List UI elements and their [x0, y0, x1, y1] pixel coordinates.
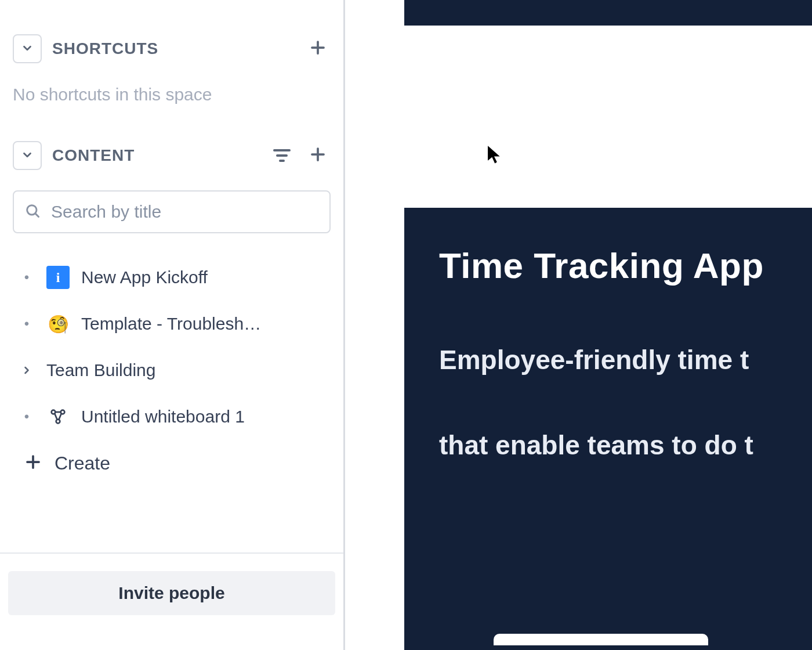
hero-top-strip — [404, 0, 812, 26]
main-content: Time Tracking App Employee-friendly time… — [345, 0, 812, 650]
content-tree: • i New App Kickoff • 🧐 Template - Troub… — [13, 254, 331, 486]
tree-item-template-troubleshoot[interactable]: • 🧐 Template - Troublesh… — [19, 301, 331, 347]
hero-cta-placeholder — [494, 634, 708, 645]
create-button[interactable]: Create — [19, 440, 331, 486]
hero-subtitle-line2: that enable teams to do t — [439, 429, 812, 461]
tree-item-label: Team Building — [46, 360, 155, 380]
chevron-down-icon — [21, 149, 34, 163]
add-shortcut-button[interactable] — [305, 36, 331, 62]
plus-icon — [24, 453, 42, 473]
content-filter-button[interactable] — [269, 143, 295, 168]
filter-icon — [273, 149, 291, 162]
shortcuts-expander[interactable] — [13, 34, 42, 63]
create-label: Create — [55, 453, 110, 474]
svg-line-10 — [59, 413, 61, 420]
svg-line-9 — [55, 413, 57, 420]
tree-item-label: Template - Troublesh… — [81, 314, 261, 334]
tree-item-untitled-whiteboard[interactable]: • Untitled whiteboard 1 — [19, 393, 331, 440]
sidebar: SHORTCUTS No shortcuts in this space — [0, 0, 345, 650]
plus-icon — [309, 146, 327, 165]
tree-item-label: Untitled whiteboard 1 — [81, 407, 245, 427]
tree-item-label: New App Kickoff — [81, 268, 208, 287]
content-title: CONTENT — [52, 146, 135, 165]
whiteboard-icon — [46, 405, 70, 428]
cursor-icon — [487, 145, 499, 162]
chevron-right-icon — [19, 364, 35, 376]
hero-title: Time Tracking App — [439, 245, 812, 286]
shortcuts-empty-text: No shortcuts in this space — [13, 85, 331, 104]
content-search-input[interactable] — [51, 202, 319, 222]
svg-line-5 — [35, 214, 39, 217]
chevron-down-icon — [21, 42, 34, 56]
content-search[interactable] — [13, 190, 331, 233]
shortcuts-header: SHORTCUTS — [13, 32, 331, 65]
search-icon — [24, 203, 41, 221]
sidebar-footer: Invite people — [0, 552, 343, 650]
content-header: CONTENT — [13, 139, 331, 172]
content-expander[interactable] — [13, 141, 42, 170]
invite-people-button[interactable]: Invite people — [8, 571, 335, 615]
hero-panel: Time Tracking App Employee-friendly time… — [404, 208, 812, 650]
bullet-icon: • — [19, 269, 35, 286]
plus-icon — [309, 39, 327, 59]
shortcuts-title: SHORTCUTS — [52, 39, 158, 58]
face-monocle-icon: 🧐 — [46, 312, 70, 335]
bullet-icon: • — [19, 316, 35, 332]
tree-item-team-building[interactable]: Team Building — [19, 347, 331, 393]
bullet-icon: • — [19, 409, 35, 425]
add-content-button[interactable] — [305, 143, 331, 168]
info-icon: i — [46, 266, 70, 289]
tree-item-new-app-kickoff[interactable]: • i New App Kickoff — [19, 254, 331, 301]
hero-subtitle-line1: Employee-friendly time t — [439, 344, 812, 376]
